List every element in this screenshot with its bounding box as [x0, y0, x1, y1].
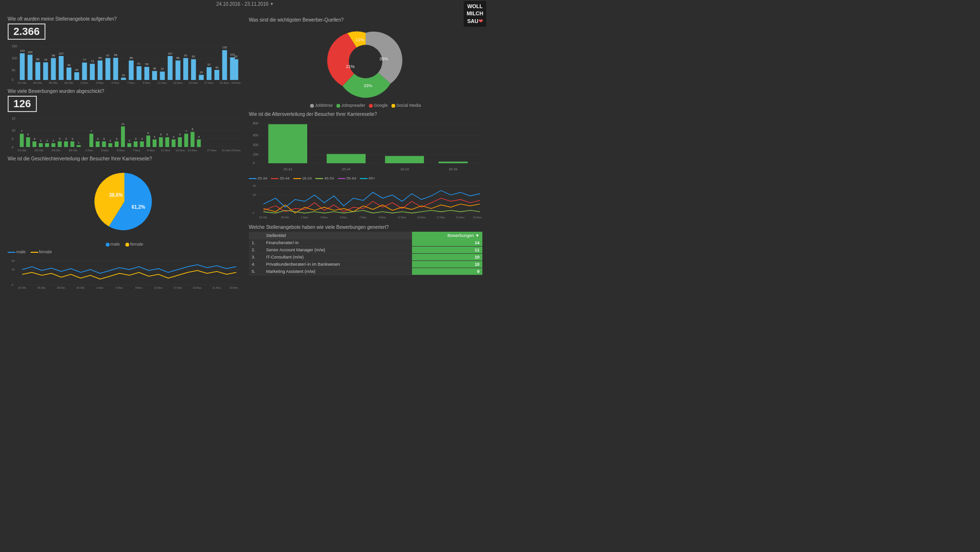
svg-text:1.Nov.: 1.Nov.	[85, 149, 93, 152]
svg-rect-110	[89, 134, 93, 147]
svg-text:4: 4	[198, 135, 200, 138]
row-count: 10	[412, 254, 482, 261]
svg-text:24.Okt.: 24.Okt.	[18, 149, 27, 152]
svg-rect-30	[105, 58, 110, 80]
svg-text:30.Okt.: 30.Okt.	[64, 81, 74, 84]
svg-text:79: 79	[44, 58, 47, 61]
svg-text:4: 4	[173, 135, 175, 138]
row-title: Marketing Assistent (m/w)	[263, 268, 412, 275]
svg-text:13.Nov.: 13.Nov.	[176, 149, 186, 152]
svg-text:17.Nov.: 17.Nov.	[207, 149, 217, 152]
table-row: 3. IT-Consultant (m/w) 10	[249, 254, 482, 261]
svg-text:25-34: 25-34	[283, 168, 292, 171]
svg-rect-144	[197, 139, 200, 147]
svg-rect-118	[115, 141, 119, 147]
svg-rect-60	[222, 50, 227, 80]
svg-text:5.Nov.: 5.Nov.	[116, 286, 123, 289]
svg-rect-122	[127, 143, 131, 147]
row-title: IT-Consultant (m/w)	[263, 254, 412, 261]
age-bar-svg: 600 450 300 150 0 25-34 35-44	[249, 119, 482, 176]
svg-rect-120	[121, 126, 125, 147]
gender-line-chart: 50 25 0 24.Okt. 26.Okt. 28.Okt. 30.Okt. …	[8, 256, 241, 290]
svg-text:4: 4	[154, 135, 156, 138]
svg-rect-136	[172, 139, 176, 147]
svg-text:5.Nov.: 5.Nov.	[117, 149, 125, 152]
svg-rect-8	[20, 53, 24, 80]
svg-rect-58	[214, 70, 219, 80]
svg-rect-28	[98, 60, 102, 80]
section-geschlecht-title: Wie ist die Geschlechterverteilung der B…	[8, 156, 241, 161]
gender-line-svg: 50 25 0 24.Okt. 26.Okt. 28.Okt. 30.Okt. …	[8, 256, 241, 290]
svg-rect-134	[165, 137, 169, 147]
svg-rect-114	[102, 141, 106, 147]
svg-rect-112	[96, 141, 100, 147]
svg-text:45-54: 45-54	[449, 168, 457, 171]
section-quellen-title: Was sind die wichtigsten Bewerber-Quelle…	[249, 17, 482, 23]
svg-text:7: 7	[90, 130, 92, 133]
th-title-label: Stellentitel	[263, 232, 412, 239]
svg-text:0: 0	[253, 161, 255, 165]
svg-rect-42	[152, 71, 157, 80]
svg-text:7: 7	[21, 130, 23, 133]
svg-text:50: 50	[11, 68, 15, 72]
section-bewerbungen-title: Wie viele Bewerbungen wurden abgeschickt…	[8, 89, 241, 94]
svg-text:5: 5	[167, 133, 168, 136]
svg-text:300: 300	[253, 143, 258, 146]
svg-text:28.Okt.: 28.Okt.	[52, 149, 61, 152]
svg-text:28.Okt.: 28.Okt.	[49, 81, 58, 84]
svg-text:2: 2	[46, 139, 48, 142]
svg-text:9.Nov.: 9.Nov.	[379, 216, 387, 219]
svg-rect-12	[35, 62, 40, 80]
age-bar-chart: 600 450 300 150 0 25-34 35-44	[249, 119, 482, 176]
svg-text:34: 34	[75, 68, 78, 71]
row-num: 2.	[249, 247, 263, 254]
svg-rect-138	[178, 137, 182, 147]
th-bewerbungen-label: Bewerbungen ▼	[412, 232, 482, 239]
svg-text:17.Nov.: 17.Nov.	[204, 81, 214, 84]
svg-text:26.Okt.: 26.Okt.	[33, 81, 43, 84]
svg-text:21%: 21%	[346, 64, 355, 69]
svg-text:24.Okt.: 24.Okt.	[259, 216, 268, 219]
donut-quellen: 35% 33% 21% 11% Jobbörse Jobspreader Goo…	[249, 24, 482, 108]
svg-text:7: 7	[185, 130, 187, 133]
row-count: 11	[412, 247, 482, 254]
svg-text:28.Okt.: 28.Okt.	[281, 216, 290, 219]
row-num: 4.	[249, 261, 263, 268]
svg-text:17.Nov.: 17.Nov.	[436, 216, 445, 219]
svg-text:30.Okt.: 30.Okt.	[77, 286, 85, 289]
svg-text:7.Nov.: 7.Nov.	[133, 149, 141, 152]
svg-text:150: 150	[11, 45, 17, 48]
section-bewerbungen: Wie viele Bewerbungen wurden abgeschickt…	[8, 89, 241, 152]
svg-text:11: 11	[122, 123, 125, 125]
svg-text:107: 107	[167, 52, 173, 55]
pie-gender-svg: 61,2% 38,6%	[81, 163, 167, 240]
svg-text:100: 100	[11, 56, 17, 60]
svg-text:5: 5	[27, 133, 29, 136]
svg-text:7.Nov.: 7.Nov.	[359, 216, 367, 219]
svg-rect-89	[20, 134, 23, 147]
svg-rect-116	[108, 143, 112, 147]
svg-rect-140	[184, 134, 188, 147]
row-count: 9	[412, 268, 482, 275]
svg-text:5.Nov.: 5.Nov.	[111, 81, 120, 84]
th-stellentitel	[249, 232, 263, 239]
svg-text:59: 59	[145, 63, 148, 66]
svg-text:61: 61	[137, 62, 141, 65]
row-num: 1.	[249, 239, 263, 247]
svg-rect-105	[70, 141, 74, 147]
svg-rect-24	[82, 63, 87, 80]
svg-rect-20	[67, 68, 71, 80]
svg-rect-50	[183, 58, 188, 80]
svg-text:98: 98	[114, 54, 117, 56]
bar-chart-bewerbungen: 15 10 5 0 7 5 3 2 2 2 3 3	[8, 114, 241, 152]
row-count: 10	[412, 261, 482, 268]
svg-rect-126	[140, 141, 144, 147]
gender-line-legend: male female	[8, 249, 241, 254]
svg-rect-197	[268, 124, 307, 163]
svg-text:26.Okt.: 26.Okt.	[34, 149, 44, 152]
bar-chart-bewerbungen-svg: 15 10 5 0 7 5 3 2 2 2 3 3	[8, 114, 241, 152]
svg-text:119: 119	[20, 49, 25, 52]
svg-text:1.Nov.: 1.Nov.	[80, 81, 89, 84]
svg-rect-52	[191, 59, 196, 80]
donut-legend: Jobbörse Jobspreader Google Social Media	[310, 103, 421, 108]
